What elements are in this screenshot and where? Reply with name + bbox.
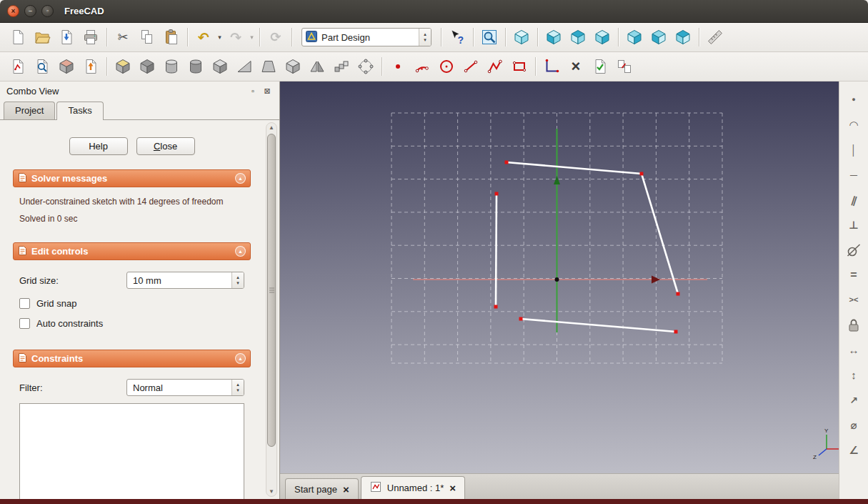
grid-size-combobox[interactable]: 10 mm ▴▾	[126, 272, 244, 289]
solver-messages-header[interactable]: Solver messages ▲	[13, 169, 251, 187]
constraint-parallel-button[interactable]: ∥	[844, 190, 864, 209]
fit-all-button[interactable]	[479, 26, 500, 48]
right-view-button[interactable]	[592, 26, 613, 48]
bottom-view-button[interactable]	[648, 26, 669, 48]
redo-dropdown-arrow[interactable]: ▾	[248, 26, 256, 48]
axonometric-view-button[interactable]	[511, 26, 532, 48]
create-circle-button[interactable]	[436, 56, 457, 77]
grid-snap-checkbox[interactable]	[19, 298, 30, 309]
revolution-button[interactable]	[161, 56, 182, 77]
constraint-horizontal-button[interactable]: ─	[844, 165, 864, 184]
grid-size-spinner[interactable]: ▴▾	[231, 272, 244, 288]
undo-dropdown-arrow[interactable]: ▾	[216, 26, 224, 48]
draft-button[interactable]	[258, 56, 279, 77]
fillet-button[interactable]	[209, 56, 231, 77]
scroll-down-arrow[interactable]: ▼	[266, 487, 276, 496]
constraint-vertical-distance-button[interactable]: ↕	[844, 365, 864, 385]
sketch-canvas[interactable]: YXZ	[280, 81, 839, 473]
rear-view-button[interactable]	[624, 26, 645, 48]
sketch-line[interactable]	[496, 194, 497, 307]
constraint-horizontal-distance-button[interactable]: ↔	[844, 340, 864, 360]
tab-tasks[interactable]: Tasks	[56, 102, 103, 120]
chamfer-button[interactable]	[234, 56, 255, 77]
3d-viewport[interactable]: YXZ	[280, 81, 839, 473]
whats-this-button[interactable]: ?	[447, 26, 468, 48]
close-window-button[interactable]: ×	[7, 5, 19, 17]
scrollbar-thumb[interactable]	[267, 134, 276, 447]
constraint-symmetric-button[interactable]: ><	[844, 290, 864, 310]
create-point-button[interactable]	[387, 56, 409, 77]
polar-pattern-button[interactable]	[355, 56, 376, 77]
filter-combobox[interactable]: Normal ▴▾	[126, 379, 244, 396]
validate-sketch-button[interactable]	[589, 56, 611, 77]
sketch-point[interactable]	[519, 317, 523, 321]
tab-start-page[interactable]: Start page ×	[285, 478, 359, 499]
tab-project[interactable]: Project	[4, 102, 55, 119]
collapse-section-button[interactable]: ▲	[235, 246, 246, 257]
redo-button[interactable]: ↷	[225, 26, 246, 48]
workbench-spinner[interactable]: ▴▾	[419, 29, 431, 46]
workbench-selector[interactable]: Part Design▴▾	[301, 28, 431, 46]
sketch-point[interactable]	[494, 305, 498, 309]
paste-button[interactable]	[161, 26, 182, 48]
close-panel-button[interactable]: ⊠	[261, 85, 273, 97]
create-arc-button[interactable]	[411, 56, 433, 77]
close-task-button[interactable]: Close	[136, 137, 195, 155]
pad-button[interactable]	[112, 56, 134, 77]
groove-button[interactable]	[185, 56, 206, 77]
panel-scrollbar[interactable]: ▲ ▼	[266, 122, 277, 497]
thickness-button[interactable]	[282, 56, 304, 77]
close-tab-icon[interactable]: ×	[343, 484, 349, 495]
minimize-window-button[interactable]: –	[24, 5, 36, 17]
constraint-lock-button[interactable]	[844, 315, 864, 335]
edit-controls-header[interactable]: Edit controls ▲	[13, 242, 251, 260]
constraint-equal-button[interactable]: =	[844, 265, 864, 285]
save-file-button[interactable]	[56, 26, 77, 48]
sketch-point[interactable]	[640, 172, 644, 176]
measure-distance-button[interactable]	[704, 26, 726, 48]
map-sketch-button[interactable]	[56, 56, 77, 77]
sketch-point[interactable]	[495, 192, 499, 196]
help-button[interactable]: Help	[69, 137, 128, 155]
sketch-point[interactable]	[505, 161, 509, 164]
pocket-button[interactable]	[136, 56, 158, 77]
mirrored-button[interactable]	[306, 56, 328, 77]
linear-pattern-button[interactable]	[331, 56, 352, 77]
front-view-button[interactable]	[543, 26, 564, 48]
create-rectangle-button[interactable]	[509, 56, 530, 77]
constraint-distance-button[interactable]: ↗	[844, 390, 864, 410]
print-button[interactable]	[80, 26, 101, 48]
maximize-window-button[interactable]: ▫	[41, 5, 54, 17]
auto-constraints-checkbox[interactable]	[19, 318, 30, 329]
open-file-button[interactable]	[31, 26, 53, 48]
new-file-button[interactable]	[7, 26, 29, 48]
constraint-point-on-object-button[interactable]: ◠	[844, 115, 864, 134]
collapse-section-button[interactable]: ▲	[235, 353, 246, 364]
sketch-point[interactable]	[677, 292, 680, 296]
scroll-up-arrow[interactable]: ▲	[266, 123, 276, 132]
top-view-button[interactable]	[567, 26, 589, 48]
sketch-line[interactable]	[521, 319, 676, 332]
refresh-button[interactable]: ⟳	[265, 26, 286, 48]
edit-sketch-button[interactable]	[31, 56, 53, 77]
constraint-tangent-button[interactable]	[844, 240, 864, 260]
constraint-vertical-button[interactable]: │	[844, 140, 864, 159]
left-view-button[interactable]	[672, 26, 694, 48]
construction-geometry-button[interactable]	[541, 56, 562, 77]
constraints-listbox[interactable]	[19, 403, 244, 499]
create-sketch-button[interactable]	[7, 56, 29, 77]
close-tab-icon[interactable]: ×	[449, 483, 456, 493]
sketch-point[interactable]	[674, 330, 678, 334]
copy-button[interactable]	[136, 26, 158, 48]
tab-unnamed-document[interactable]: Unnamed : 1* ×	[361, 476, 465, 499]
constraint-perpendicular-button[interactable]: ⊥	[844, 215, 864, 234]
create-line-button[interactable]	[460, 56, 482, 77]
merge-sketches-button[interactable]	[614, 56, 635, 77]
origin-point[interactable]	[555, 277, 559, 282]
float-panel-button[interactable]: ▫	[247, 85, 259, 97]
filter-spinner[interactable]: ▴▾	[231, 380, 244, 395]
constraints-header[interactable]: Constraints ▲	[13, 350, 251, 367]
create-polyline-button[interactable]	[484, 56, 506, 77]
cut-button[interactable]: ✂	[112, 26, 134, 48]
collapse-section-button[interactable]: ▲	[235, 173, 246, 184]
